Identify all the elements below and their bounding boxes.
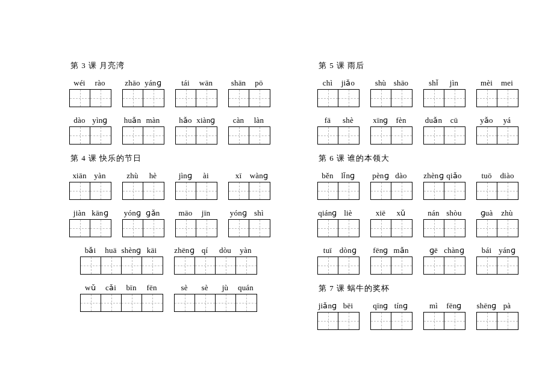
pinyin-line: bǎihuāshènɡkāi [80, 246, 163, 255]
tian-zi-ge-cell [195, 257, 216, 274]
tian-zi-ge-group [317, 257, 359, 275]
word-block: shānpō [228, 78, 270, 107]
tian-zi-ge-cell [236, 294, 257, 311]
pinyin-line: ɡēchànɡ [423, 246, 465, 255]
pinyin-syllable: xiān [69, 171, 90, 181]
pinyin-syllable: chì [317, 78, 338, 88]
tian-zi-ge-cell [424, 257, 444, 274]
pinyin-syllable: ɡē [423, 246, 444, 255]
tian-zi-ge-group [122, 182, 164, 200]
pinyin-syllable: shè [338, 116, 358, 125]
tian-zi-ge-cell [338, 257, 359, 274]
pinyin-syllable: dào [69, 116, 90, 125]
tian-zi-ge-group [175, 182, 217, 200]
pinyin-syllable: bīn [121, 283, 142, 293]
tian-zi-ge-group [423, 219, 465, 237]
pinyin-syllable: zhāo [122, 78, 143, 88]
word-row: fāshèxīnɡfènduǎncūyǎoyá [317, 116, 529, 145]
word-block: zhùhè [122, 171, 164, 200]
tian-zi-ge-cell [216, 257, 236, 274]
tian-zi-ge-cell [318, 182, 338, 199]
tian-zi-ge-cell [318, 313, 338, 329]
word-block: yónɡɡǎn [122, 208, 164, 237]
pinyin-syllable: zhù [122, 171, 143, 181]
pinyin-syllable: rào [90, 78, 110, 88]
pinyin-line: dàoyìnɡ [69, 116, 111, 125]
pinyin-syllable: yǎo [476, 116, 497, 125]
tian-zi-ge-cell [90, 127, 111, 144]
tian-zi-ge-cell [90, 182, 111, 199]
pinyin-syllable: huǎn [122, 116, 143, 125]
pinyin-line: jiǎnɡbēi [317, 301, 359, 311]
tian-zi-ge-group [228, 89, 270, 107]
word-block: xīnɡfèn [370, 116, 412, 145]
tian-zi-ge-cell [391, 90, 412, 107]
pinyin-line: zhēnɡqídòuyàn [174, 246, 257, 255]
word-block: běnlǐnɡ [317, 171, 359, 200]
tian-zi-ge-cell [424, 90, 444, 107]
pinyin-line: mèimei [476, 78, 518, 88]
tian-zi-ge-cell [391, 182, 412, 199]
word-block: ɡuàzhù [476, 208, 518, 237]
pinyin-syllable: tuī [317, 246, 338, 255]
pinyin-line: cànlàn [228, 116, 270, 125]
pinyin-line: xīwànɡ [228, 171, 270, 181]
tian-zi-ge-cell [444, 127, 465, 144]
word-block: shēnɡpà [476, 301, 518, 330]
tian-zi-ge-cell [90, 220, 111, 237]
word-row: chìjiǎoshùshāoshǐjìnmèimei [317, 78, 529, 107]
pinyin-syllable: shù [370, 78, 391, 88]
tian-zi-ge-cell [81, 257, 101, 274]
tian-zi-ge-group [122, 126, 164, 145]
pinyin-syllable: tái [175, 78, 196, 88]
tian-zi-ge-cell [477, 313, 497, 329]
tian-zi-ge-group [228, 219, 270, 237]
pinyin-syllable: cǎi [101, 283, 121, 293]
tian-zi-ge-group [317, 312, 359, 330]
tian-zi-ge-group [175, 126, 217, 145]
tian-zi-ge-cell [444, 90, 465, 107]
tian-zi-ge-group [476, 219, 518, 237]
tian-zi-ge-group [423, 257, 465, 275]
tian-zi-ge-cell [176, 182, 196, 199]
tian-zi-ge-cell [143, 127, 164, 144]
tian-zi-ge-cell [175, 257, 195, 274]
pinyin-syllable: yónɡ [228, 208, 249, 218]
pinyin-line: wéirào [69, 78, 111, 88]
pinyin-line: duǎncū [423, 116, 465, 125]
pinyin-line: xiēxǔ [370, 208, 412, 218]
tian-zi-ge-cell [371, 127, 391, 144]
pinyin-syllable: cū [444, 116, 464, 125]
tian-zi-ge-cell [477, 127, 497, 144]
tian-zi-ge-cell [122, 257, 142, 274]
pinyin-syllable: māo [175, 208, 196, 218]
word-block: xiēxǔ [370, 208, 412, 237]
word-block: jiǎnɡbēi [317, 301, 359, 330]
tian-zi-ge-cell [338, 90, 359, 107]
pinyin-syllable: yánɡ [497, 246, 517, 255]
word-block: duǎncū [423, 116, 465, 145]
pinyin-syllable: yìnɡ [90, 116, 110, 125]
pinyin-syllable: xiànɡ [196, 116, 216, 125]
tian-zi-ge-cell [229, 182, 249, 199]
word-block: pènɡdào [370, 171, 412, 200]
tian-zi-ge-cell [229, 90, 249, 107]
word-block: tuōdiào [476, 171, 518, 200]
pinyin-syllable: pà [497, 301, 517, 311]
word-block: mèimei [476, 78, 518, 107]
pinyin-line: fāshè [317, 116, 359, 125]
tian-zi-ge-cell [249, 90, 270, 107]
tian-zi-ge-cell [70, 127, 90, 144]
pinyin-syllable: lǐnɡ [338, 171, 358, 181]
pinyin-line: báiyánɡ [476, 246, 518, 255]
word-block: dàoyìnɡ [69, 116, 111, 145]
word-block: yǎoyá [476, 116, 518, 145]
section-title: 第 7 课 蜗牛的奖杯 [319, 283, 529, 294]
pinyin-syllable: bēi [338, 301, 358, 311]
tian-zi-ge-group [69, 182, 111, 200]
tian-zi-ge-cell [196, 182, 217, 199]
tian-zi-ge-group [370, 312, 412, 330]
tian-zi-ge-cell [391, 313, 412, 329]
pinyin-syllable: dào [391, 171, 411, 181]
tian-zi-ge-cell [338, 127, 359, 144]
